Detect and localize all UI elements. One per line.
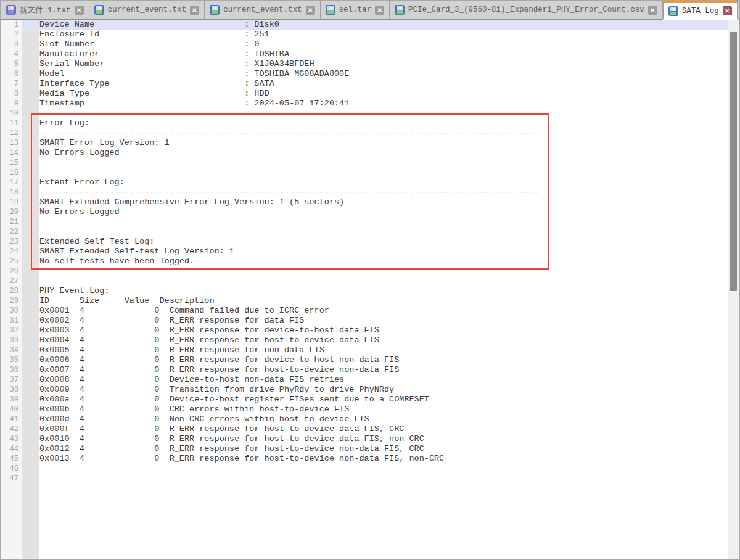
editor-line[interactable]: 17 Extent Error Log: (1, 178, 739, 187)
close-icon[interactable]: ✕ (723, 6, 732, 15)
line-number: 22 (1, 227, 22, 237)
tab-new-file-1[interactable]: 新文件 1.txt ✕ (1, 1, 89, 19)
line-text: 0x0005 4 0 R_ERR response for non-data F… (39, 345, 739, 355)
scrollbar-thumb[interactable] (730, 32, 737, 291)
editor-line[interactable]: 6 Model : TOSHIBA MG08ADA800E (1, 69, 739, 79)
editor-line[interactable]: 21 (1, 217, 739, 227)
editor-line[interactable]: 8 Media Type : HDD (1, 89, 739, 99)
editor-line[interactable]: 47 (1, 474, 739, 484)
editor-line[interactable]: 3 Slot Number : 0 (1, 39, 739, 49)
line-text (39, 158, 739, 168)
editor-line[interactable]: 15 (1, 158, 739, 168)
line-text: No Errors Logged (39, 207, 739, 217)
editor-line[interactable]: 7 Interface Type : SATA (1, 79, 739, 89)
line-number: 36 (1, 365, 22, 375)
line-text: No Errors Logged (39, 148, 739, 158)
tab-label: current_event.txt (108, 6, 187, 14)
line-number: 19 (1, 197, 22, 207)
editor-line[interactable]: 31 0x0002 4 0 R_ERR response for data FI… (1, 316, 739, 326)
editor-line[interactable]: 38 0x0009 4 0 Transition from drive PhyR… (1, 385, 739, 395)
editor-line[interactable]: 11 Error Log: (1, 118, 739, 128)
close-icon[interactable]: ✕ (375, 6, 384, 15)
editor-line[interactable]: 2 Enclosure Id : 251 (1, 30, 739, 39)
text-editor[interactable]: 1 Device Name : Disk0 2 Enclosure Id : 2… (1, 20, 739, 559)
editor-line[interactable]: 16 (1, 168, 739, 178)
gutter-margin (22, 345, 39, 355)
line-text: 0x0002 4 0 R_ERR response for data FIS (39, 316, 739, 326)
line-text: ID Size Value Description (39, 296, 739, 306)
floppy-disk-icon (326, 5, 335, 15)
editor-line[interactable]: 29 ID Size Value Description (1, 296, 739, 306)
close-icon[interactable]: ✕ (306, 6, 315, 15)
editor-line[interactable]: 18 -------------------------------------… (1, 187, 739, 197)
editor-line[interactable]: 5 Serial Number : X1J0A34BFDEH (1, 59, 739, 69)
editor-line[interactable]: 4 Manufacturer : TOSHIBA (1, 49, 739, 59)
editor-line[interactable]: 26 (1, 266, 739, 276)
line-text: Serial Number : X1J0A34BFDEH (39, 59, 739, 69)
editor-line[interactable]: 36 0x0007 4 0 R_ERR response for host-to… (1, 365, 739, 375)
line-number: 15 (1, 158, 22, 168)
editor-line[interactable]: 33 0x0004 4 0 R_ERR response for host-to… (1, 336, 739, 345)
gutter-margin (22, 168, 39, 178)
line-number: 31 (1, 316, 22, 326)
gutter-margin (22, 118, 39, 128)
editor-line[interactable]: 41 0x000d 4 0 Non-CRC errors within host… (1, 414, 739, 424)
line-number: 8 (1, 89, 22, 99)
gutter-margin (22, 89, 39, 99)
line-text: Interface Type : SATA (39, 79, 739, 89)
gutter-margin (22, 464, 39, 474)
editor-line[interactable]: 19 SMART Extended Comprehensive Error Lo… (1, 197, 739, 207)
editor-line[interactable]: 27 (1, 276, 739, 286)
gutter-margin (22, 128, 39, 138)
line-text: SMART Extended Self-test Log Version: 1 (39, 247, 739, 257)
tab-sel-tar[interactable]: sel.tar ✕ (321, 1, 390, 19)
editor-line[interactable]: 34 0x0005 4 0 R_ERR response for non-dat… (1, 345, 739, 355)
gutter-margin (22, 227, 39, 237)
close-icon[interactable]: ✕ (75, 6, 84, 15)
editor-line[interactable]: 24 SMART Extended Self-test Log Version:… (1, 247, 739, 257)
editor-line[interactable]: 9 Timestamp : 2024-05-07 17:20:41 (1, 99, 739, 109)
editor-line[interactable]: 42 0x000f 4 0 R_ERR response for host-to… (1, 424, 739, 434)
line-text: 0x0010 4 0 R_ERR response for host-to-de… (39, 434, 739, 444)
editor-line[interactable]: 23 Extended Self Test Log: (1, 237, 739, 247)
gutter-margin (22, 79, 39, 89)
close-icon[interactable]: ✕ (190, 6, 199, 15)
gutter-margin (22, 30, 39, 39)
gutter-margin (22, 316, 39, 326)
editor-line[interactable]: 37 0x0008 4 0 Device-to-host non-data FI… (1, 375, 739, 385)
tab-sata-log[interactable]: SATA_Log ✕ (663, 1, 738, 19)
vertical-scrollbar[interactable] (728, 20, 739, 559)
editor-line[interactable] (1, 484, 739, 559)
editor-line[interactable]: 40 0x000b 4 0 CRC errors within host-to-… (1, 405, 739, 414)
gutter-margin (22, 197, 39, 207)
editor-line[interactable]: 12 -------------------------------------… (1, 128, 739, 138)
close-icon[interactable]: ✕ (648, 6, 657, 15)
line-number: 16 (1, 168, 22, 178)
editor-line[interactable]: 28 PHY Event Log: (1, 286, 739, 296)
tab-pcie-card-csv[interactable]: PCIe_Card_3_(9560-8i)_Expander1_PHY_Erro… (390, 1, 663, 19)
editor-line[interactable]: 22 (1, 227, 739, 237)
line-number: 32 (1, 326, 22, 336)
gutter-margin (22, 434, 39, 444)
editor-line[interactable]: 1 Device Name : Disk0 (1, 20, 739, 30)
tab-current-event-1[interactable]: current_event.txt ✕ (89, 1, 205, 19)
line-text: 0x0013 4 0 R_ERR response for host-to-de… (39, 454, 739, 464)
editor-line[interactable]: 30 0x0001 4 0 Command failed due to ICRC… (1, 306, 739, 316)
gutter-margin (22, 375, 39, 385)
gutter-margin (22, 395, 39, 405)
line-text (39, 217, 739, 227)
editor-line[interactable]: 44 0x0012 4 0 R_ERR response for host-to… (1, 444, 739, 454)
editor-line[interactable]: 10 (1, 109, 739, 118)
editor-line[interactable]: 39 0x000a 4 0 Device-to-host register FI… (1, 395, 739, 405)
editor-line[interactable]: 14 No Errors Logged (1, 148, 739, 158)
editor-line[interactable]: 43 0x0010 4 0 R_ERR response for host-to… (1, 434, 739, 444)
tab-current-event-2[interactable]: current_event.txt ✕ (205, 1, 321, 19)
editor-line[interactable]: 20 No Errors Logged (1, 207, 739, 217)
editor-line[interactable]: 45 0x0013 4 0 R_ERR response for host-to… (1, 454, 739, 464)
line-text (39, 276, 739, 286)
editor-line[interactable]: 35 0x0006 4 0 R_ERR response for device-… (1, 355, 739, 365)
editor-line[interactable]: 25 No self-tests have been logged. (1, 257, 739, 266)
editor-line[interactable]: 13 SMART Error Log Version: 1 (1, 138, 739, 148)
editor-line[interactable]: 32 0x0003 4 0 R_ERR response for device-… (1, 326, 739, 336)
editor-line[interactable]: 46 (1, 464, 739, 474)
